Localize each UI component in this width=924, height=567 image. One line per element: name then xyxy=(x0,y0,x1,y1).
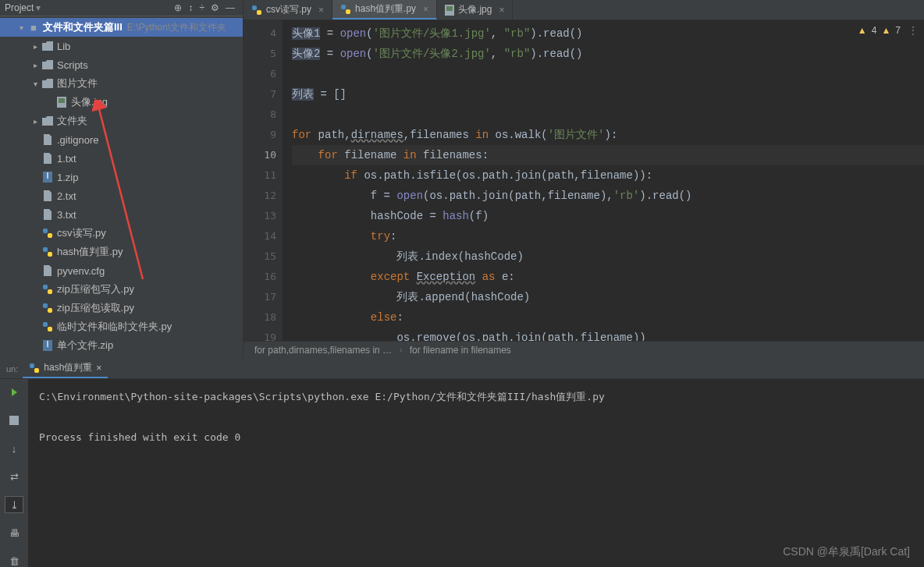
root-path: E:\Python\文件和文件夹 xyxy=(127,21,226,34)
file-icon xyxy=(41,209,55,220)
svg-rect-8 xyxy=(43,285,48,289)
project-tree[interactable]: ▾ ■ 文件和文件夹篇III E:\Python\文件和文件夹 ▸Lib▸Scr… xyxy=(0,16,243,359)
tree-item[interactable]: pyvenv.cfg xyxy=(0,261,243,280)
console-output[interactable]: C:\Environment\Python-site-packages\Scri… xyxy=(28,379,924,567)
tree-item[interactable]: 1.zip xyxy=(0,168,243,186)
editor-tab[interactable]: hash值判重.py× xyxy=(332,0,437,19)
tree-item-label: 1.zip xyxy=(57,172,78,183)
svg-rect-27 xyxy=(9,416,19,425)
locate-icon[interactable]: ⊕ xyxy=(174,2,182,13)
tree-item[interactable]: ▸Scripts xyxy=(0,55,243,74)
editor-tab[interactable]: 头像.jpg× xyxy=(437,0,513,19)
svg-rect-6 xyxy=(43,247,48,252)
collapse-icon[interactable]: ÷ xyxy=(199,2,204,13)
svg-rect-22 xyxy=(346,9,350,14)
code-content[interactable]: 头像1 = open('图片文件/头像1.jpg', "rb").read()头… xyxy=(283,20,924,341)
svg-rect-26 xyxy=(34,368,39,373)
tree-item[interactable]: 头像.jpg xyxy=(0,93,243,112)
svg-rect-5 xyxy=(48,233,52,238)
stop-button[interactable] xyxy=(5,412,23,429)
tree-item-label: 图片文件 xyxy=(57,76,98,90)
close-icon[interactable]: × xyxy=(318,5,324,16)
tree-arrow[interactable]: ▸ xyxy=(30,61,41,69)
python-icon xyxy=(41,284,55,295)
tree-item-label: Lib xyxy=(57,41,70,52)
close-icon[interactable]: × xyxy=(499,5,504,16)
tree-arrow[interactable]: ▸ xyxy=(30,117,41,126)
root-label: 文件和文件夹篇III xyxy=(43,20,123,34)
tree-item-label: 1.txt xyxy=(57,153,76,165)
file-icon xyxy=(41,153,55,164)
tree-item[interactable]: ▸文件夹 xyxy=(0,112,243,130)
svg-rect-4 xyxy=(43,229,48,233)
tree-root[interactable]: ▾ ■ 文件和文件夹篇III E:\Python\文件和文件夹 xyxy=(0,18,243,37)
file-icon xyxy=(41,265,55,276)
python-icon xyxy=(340,4,351,15)
svg-rect-11 xyxy=(48,308,52,313)
chevron-down-icon[interactable]: ▾ xyxy=(16,23,27,32)
run-tab-label: hash值判重 xyxy=(44,361,92,374)
tree-item[interactable]: 临时文件和临时文件夹.py xyxy=(0,317,243,336)
tree-item-label: hash值判重.py xyxy=(57,245,123,259)
breadcrumb-item[interactable]: for path,dirnames,filenames in … xyxy=(254,345,392,356)
tree-item-label: 单个文件.zip xyxy=(57,338,113,353)
tree-item[interactable]: 2.txt xyxy=(0,186,243,205)
tree-item[interactable]: 1.txt xyxy=(0,149,243,168)
svg-rect-20 xyxy=(257,10,261,15)
editor-body[interactable]: ▲4 ▲7 ⋮ 4567891011121314151617181920 头像1… xyxy=(243,20,924,341)
svg-rect-24 xyxy=(446,6,453,11)
breadcrumb[interactable]: for path,dirnames,filenames in … › for f… xyxy=(243,341,924,359)
tree-item-label: Scripts xyxy=(57,59,88,71)
file-icon xyxy=(41,190,55,201)
tree-arrow[interactable]: ▸ xyxy=(30,42,41,51)
chevron-right-icon: › xyxy=(399,345,402,356)
run-tab[interactable]: hash值判重 × xyxy=(23,359,108,378)
svg-rect-3 xyxy=(47,172,48,179)
image-icon xyxy=(55,97,69,108)
tree-item[interactable]: hash值判重.py xyxy=(0,243,243,261)
archive-icon xyxy=(41,172,55,183)
tree-item[interactable]: csv读写.py xyxy=(0,224,243,243)
python-icon xyxy=(41,303,55,314)
expand-icon[interactable]: ↕ xyxy=(188,2,193,13)
close-icon[interactable]: × xyxy=(96,363,101,374)
editor-tab[interactable]: csv读写.py× xyxy=(243,0,332,19)
folder-icon xyxy=(41,116,55,126)
tree-item-label: csv读写.py xyxy=(57,226,106,240)
close-icon[interactable]: × xyxy=(423,4,428,15)
hide-icon[interactable]: — xyxy=(226,2,235,13)
tree-arrow[interactable]: ▾ xyxy=(30,80,41,88)
project-sidebar: Project ▾ ⊕ ↕ ÷ ⚙ — ▾ ■ 文件和文件夹篇III E:\Py… xyxy=(0,0,243,359)
tree-item[interactable]: zip压缩包写入.py xyxy=(0,280,243,299)
down-button[interactable]: ↓ xyxy=(5,440,23,457)
print-button[interactable]: 🖶 xyxy=(5,524,23,541)
svg-rect-19 xyxy=(252,5,257,10)
line-gutter[interactable]: 4567891011121314151617181920 xyxy=(243,20,283,341)
soft-wrap-button[interactable]: ⇄ xyxy=(5,468,23,485)
console-result: Process finished with exit code 0 xyxy=(39,431,240,443)
folder-icon xyxy=(41,41,55,51)
tree-item[interactable]: 单个文件.zip xyxy=(0,336,243,355)
watermark: CSDN @牟泉禹[Dark Cat] xyxy=(783,545,910,559)
tree-item[interactable]: zip压缩包读取.py xyxy=(0,299,243,317)
breadcrumb-item[interactable]: for filename in filenames xyxy=(410,345,511,356)
tab-label: 头像.jpg xyxy=(458,3,492,16)
file-icon xyxy=(41,134,55,145)
settings-icon[interactable]: ⚙ xyxy=(211,2,219,13)
editor-area: csv读写.py×hash值判重.py×头像.jpg× ▲4 ▲7 ⋮ 4567… xyxy=(243,0,924,359)
svg-rect-7 xyxy=(48,252,52,257)
tree-item[interactable]: ▸Lib xyxy=(0,37,243,55)
scroll-to-end-button[interactable]: ⤓ xyxy=(5,496,23,513)
rerun-button[interactable] xyxy=(5,384,23,401)
tree-item[interactable]: .gitignore xyxy=(0,130,243,149)
tree-item-label: 临时文件和临时文件夹.py xyxy=(57,320,172,334)
delete-button[interactable]: 🗑 xyxy=(5,552,23,567)
svg-rect-12 xyxy=(43,322,48,327)
tree-item[interactable]: 3.txt xyxy=(0,205,243,224)
svg-rect-25 xyxy=(30,363,34,368)
tree-item-label: zip压缩包写入.py xyxy=(57,282,134,296)
tree-item-label: pyvenv.cfg xyxy=(57,265,105,277)
folder-icon xyxy=(41,60,55,69)
tree-item[interactable]: ▾图片文件 xyxy=(0,74,243,93)
python-icon xyxy=(29,363,40,374)
